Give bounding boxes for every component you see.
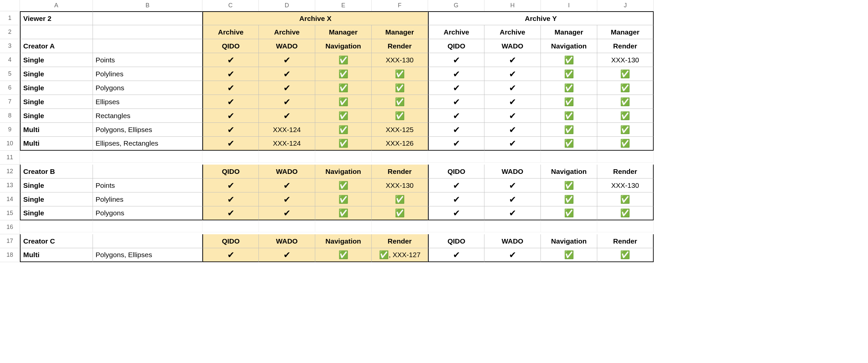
col-header-D[interactable]: D bbox=[259, 0, 315, 11]
data-cell[interactable]: ✅ bbox=[315, 67, 372, 81]
data-cell[interactable]: ✅ bbox=[541, 95, 597, 109]
shape-cell[interactable]: Polygons bbox=[93, 206, 203, 220]
data-cell[interactable]: XXX-124 bbox=[259, 137, 315, 151]
shape-cell[interactable]: Polylines bbox=[93, 67, 203, 81]
data-cell[interactable]: ✔ bbox=[428, 123, 485, 137]
data-cell[interactable]: ✔ bbox=[428, 206, 485, 220]
data-cell[interactable]: XXX-130 bbox=[372, 179, 428, 192]
data-cell[interactable]: ✅ bbox=[315, 123, 372, 137]
data-cell[interactable]: ✅ bbox=[315, 192, 372, 206]
data-cell[interactable]: ✅ bbox=[541, 67, 597, 81]
creator-cell[interactable]: Creator C bbox=[20, 234, 93, 248]
subhead-cell[interactable]: Render bbox=[372, 39, 428, 53]
data-cell[interactable]: ✅ bbox=[597, 137, 654, 151]
archive-y-header[interactable]: Archive Y bbox=[428, 11, 654, 25]
data-cell[interactable]: ✔ bbox=[428, 53, 485, 67]
group-header[interactable]: Archive bbox=[428, 25, 485, 39]
empty-cell[interactable] bbox=[93, 220, 203, 232]
data-cell[interactable]: ✔ bbox=[485, 206, 541, 220]
empty-cell[interactable] bbox=[203, 151, 259, 162]
empty-cell[interactable] bbox=[20, 220, 93, 232]
creator-cell[interactable]: Creator B bbox=[20, 164, 93, 179]
shape-cell[interactable]: Polygons, Ellipses bbox=[93, 248, 203, 262]
subhead-cell[interactable]: QIDO bbox=[203, 39, 259, 53]
data-cell[interactable]: ✅ bbox=[315, 206, 372, 220]
data-cell[interactable]: ✔ bbox=[259, 81, 315, 95]
col-header-C[interactable]: C bbox=[203, 0, 259, 11]
subhead-cell[interactable]: Navigation bbox=[315, 234, 372, 248]
data-cell[interactable]: ✔ bbox=[428, 137, 485, 151]
data-cell[interactable]: XXX-130 bbox=[597, 53, 654, 67]
data-cell[interactable]: ✅ bbox=[541, 81, 597, 95]
data-cell[interactable]: ✔ bbox=[428, 179, 485, 192]
data-cell[interactable]: ✔ bbox=[203, 137, 259, 151]
data-cell[interactable]: ✔ bbox=[203, 95, 259, 109]
select-all-corner[interactable] bbox=[0, 0, 20, 11]
subhead-cell[interactable]: QIDO bbox=[428, 164, 485, 179]
subhead-cell[interactable]: Render bbox=[597, 164, 654, 179]
subhead-cell[interactable]: Navigation bbox=[315, 164, 372, 179]
group-header[interactable]: Archive bbox=[259, 25, 315, 39]
row-header-17[interactable]: 17 bbox=[0, 234, 20, 248]
data-cell[interactable]: ✔ bbox=[485, 179, 541, 192]
data-cell[interactable]: ✔ bbox=[428, 95, 485, 109]
group-header[interactable]: Archive bbox=[203, 25, 259, 39]
col-header-B[interactable]: B bbox=[93, 0, 203, 11]
data-cell[interactable]: ✅ bbox=[315, 248, 372, 262]
row-header-12[interactable]: 12 bbox=[0, 164, 20, 179]
data-cell[interactable]: ✅ bbox=[597, 109, 654, 123]
type-cell[interactable]: Single bbox=[20, 95, 93, 109]
shape-cell[interactable]: Ellipses bbox=[93, 95, 203, 109]
subhead-cell[interactable]: QIDO bbox=[203, 234, 259, 248]
data-cell[interactable]: ✔ bbox=[259, 53, 315, 67]
data-cell[interactable]: ✅ bbox=[372, 206, 428, 220]
data-cell[interactable]: ✅ bbox=[541, 192, 597, 206]
row-header-13[interactable]: 13 bbox=[0, 179, 20, 192]
type-cell[interactable]: Single bbox=[20, 67, 93, 81]
shape-cell[interactable]: Rectangles bbox=[93, 109, 203, 123]
data-cell[interactable]: XXX-130 bbox=[597, 179, 654, 192]
data-cell[interactable]: ✔ bbox=[485, 123, 541, 137]
data-cell[interactable]: ✔ bbox=[203, 179, 259, 192]
data-cell[interactable]: ✔ bbox=[203, 53, 259, 67]
type-cell[interactable]: Single bbox=[20, 53, 93, 67]
row-header-9[interactable]: 9 bbox=[0, 123, 20, 137]
empty-cell[interactable] bbox=[597, 151, 654, 162]
data-cell[interactable]: ✔ bbox=[203, 109, 259, 123]
empty-cell[interactable] bbox=[20, 25, 93, 39]
row-header-11[interactable]: 11 bbox=[0, 151, 20, 164]
data-cell[interactable]: ✅ bbox=[315, 137, 372, 151]
subhead-cell[interactable]: Navigation bbox=[541, 164, 597, 179]
data-cell[interactable]: ✅ bbox=[315, 95, 372, 109]
empty-cell[interactable] bbox=[93, 164, 203, 179]
group-header[interactable]: Archive bbox=[485, 25, 541, 39]
row-header-7[interactable]: 7 bbox=[0, 95, 20, 109]
data-cell[interactable]: ✔ bbox=[428, 248, 485, 262]
type-cell[interactable]: Single bbox=[20, 109, 93, 123]
data-cell[interactable]: ✅ bbox=[597, 81, 654, 95]
title-cell[interactable]: Viewer 2 bbox=[20, 11, 93, 25]
data-cell[interactable]: ✔ bbox=[428, 192, 485, 206]
data-cell[interactable]: ✅ bbox=[315, 109, 372, 123]
group-header[interactable]: Manager bbox=[541, 25, 597, 39]
col-header-I[interactable]: I bbox=[541, 0, 597, 11]
row-header-3[interactable]: 3 bbox=[0, 39, 20, 53]
subhead-cell[interactable]: Render bbox=[597, 39, 654, 53]
data-cell[interactable]: ✔ bbox=[485, 248, 541, 262]
subhead-cell[interactable]: QIDO bbox=[428, 39, 485, 53]
col-header-F[interactable]: F bbox=[372, 0, 428, 11]
empty-cell[interactable] bbox=[93, 151, 203, 162]
data-cell[interactable]: ✔ bbox=[428, 67, 485, 81]
data-cell[interactable]: ✅ bbox=[597, 67, 654, 81]
data-cell[interactable]: ✔ bbox=[259, 95, 315, 109]
data-cell[interactable]: ✅ bbox=[372, 95, 428, 109]
row-header-15[interactable]: 15 bbox=[0, 206, 20, 220]
data-cell[interactable]: ✔ bbox=[428, 81, 485, 95]
data-cell[interactable]: ✔ bbox=[259, 248, 315, 262]
col-header-H[interactable]: H bbox=[485, 0, 541, 11]
subhead-cell[interactable]: WADO bbox=[259, 164, 315, 179]
col-header-J[interactable]: J bbox=[597, 0, 654, 11]
type-cell[interactable]: Single bbox=[20, 81, 93, 95]
empty-cell[interactable] bbox=[203, 220, 259, 232]
type-cell[interactable]: Single bbox=[20, 206, 93, 220]
